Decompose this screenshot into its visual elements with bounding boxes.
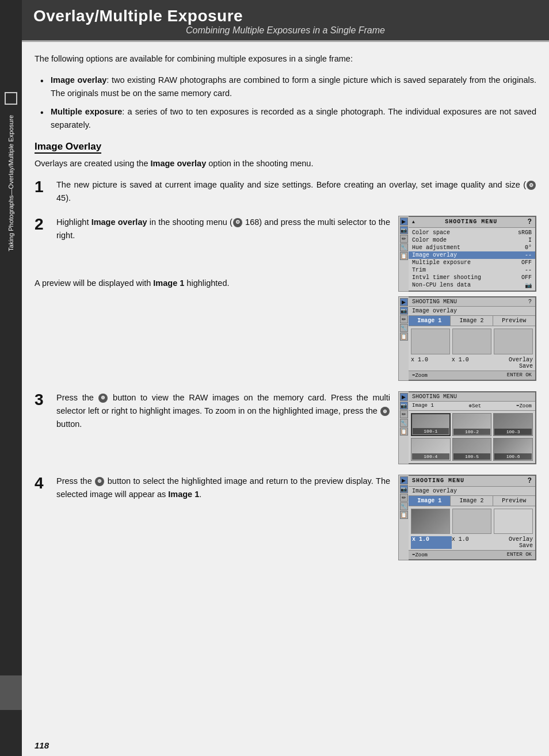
selected-value-highlight: x 1.0 [411,536,452,549]
side-icon-edit: ✏ [400,235,408,243]
side-icon-4-pages: 📋 [400,511,408,519]
step-1: 1 The new picture is saved at current im… [35,178,536,205]
side-icon-3-camera: 📷 [400,402,408,410]
step-2-preview-note: A preview will be displayed with Image 1… [35,277,390,290]
bullet-text-2: : a series of two to ten exposures is re… [51,107,536,129]
preview-img-3 [494,329,533,354]
step-1-icon: ⚙ [527,181,536,190]
raw-menu-wrapper: ▶ 📷 ✏ 🔧 📋 SHOOTING MENU Image 1 ⊕Set [398,391,536,464]
main-content: Overlay/Multiple Exposure Combining Mult… [22,0,549,756]
step-2-icon: ⚙ [233,218,242,227]
footer-ok-2: ENTER OK [507,372,532,379]
raw-toolbar-item-3: ⬌Zoom [516,403,532,409]
page-subtitle: Combining Multiple Exposures in a Single… [33,25,537,36]
page-title: Overlay/Multiple Exposure [33,7,537,25]
step-3-left: 3 Press the ⊕ button to view the RAW ima… [35,391,390,464]
selected-tab-2[interactable]: Image 2 [451,496,493,506]
side-icon-camera: 📷 [400,226,408,234]
selected-tab-preview[interactable]: Preview [493,496,535,506]
step-3-block: 3 Press the ⊕ button to view the RAW ima… [35,391,536,464]
selected-footer-ok: ENTER OK [507,552,532,558]
menu-row-intvl: Intvl timer shootingOFF [409,274,535,281]
page-header: Overlay/Multiple Exposure Combining Mult… [22,0,549,42]
side-icon-2-camera: 📷 [400,307,408,315]
selected-menu-icon: ? [528,477,532,485]
step4-overlay-cell [494,509,533,534]
side-icon-4-play: ▶ [400,476,408,484]
step-1-text: The new picture is saved at current imag… [56,180,536,203]
section-subtext-1: Overlays are created using the [35,159,151,168]
selected-values-row: x 1.0 x 1.0 OverlaySave [409,536,535,550]
raw-img-100-1: 100-1 [411,413,451,436]
sidebar-label: Taking Photographs—Overlay/Multiple Expo… [7,115,15,251]
menu-side-icons-3: ▶ 📷 ✏ 🔧 📋 [398,391,409,464]
side-icon-pages: 📋 [400,252,408,260]
tab-image-1[interactable]: Image 1 [409,316,451,326]
content-area: The following options are available for … [22,42,549,735]
raw-header: SHOOTING MENU [409,392,535,402]
menu-row-trim: Trim-- [409,266,535,274]
raw-img-100-6: 100-6 [493,438,533,461]
selected-value-2: x 1.0 [452,536,493,549]
step-4-content: Press the ⊕ button to select the highlig… [56,475,390,501]
preview-img-area-2 [409,326,535,357]
preview-subtitle-2: Image overlay [409,307,535,316]
preview-tabs-2: Image 1 Image 2 Preview [409,316,535,326]
selected-menu-header: SHOOTING MENU ? [409,476,535,487]
side-icon-3-settings: 🔧 [400,419,408,427]
step-2-screenshots: ▶ 📷 ✏ 🔧 📋 ▲ SHOOTING MENU ? Colo [398,216,536,381]
step-3-number: 3 [35,391,51,409]
side-icon-2-edit: ✏ [400,315,408,323]
selected-tab-1[interactable]: Image 1 [409,496,451,506]
step-4-icon: ⊕ [95,477,104,486]
sidebar-icon [5,92,17,105]
menu-1-header: ▲ SHOOTING MENU ? [409,217,535,228]
menu-side-icons-2: ▶ 📷 ✏ 🔧 📋 [398,296,409,381]
side-icon-2-settings: 🔧 [400,324,408,332]
selected-menu-4: SHOOTING MENU ? Image overlay Image 1 Im… [409,475,536,560]
tab-image-2[interactable]: Image 2 [451,316,493,326]
preview-icon-2: ? [528,299,532,305]
selected-overlay-save: OverlaySave [492,536,533,549]
feature-list: Image overlay: two existing RAW photogra… [40,74,536,132]
raw-img-label-2: 100-2 [453,429,491,435]
side-icon-2-pages: 📋 [400,333,408,341]
section-description: Overlays are created using the Image ove… [35,157,536,170]
step4-selected-img-1 [411,509,450,534]
menu-screenshot-1: ▶ 📷 ✏ 🔧 📋 ▲ SHOOTING MENU ? Colo [398,216,536,292]
step-4-text-row: 4 Press the ⊕ button to select the highl… [35,475,390,501]
selected-img-area [409,506,535,536]
step-3-text-row: 3 Press the ⊕ button to view the RAW ima… [35,391,390,432]
value-2: x 1.0 [452,357,493,369]
raw-grid-menu: SHOOTING MENU Image 1 ⊕Set ⬌Zoom 100-1 [409,391,536,464]
tab-preview[interactable]: Preview [493,316,535,326]
side-icon-2-play: ▶ [400,298,408,306]
selected-footer-zoom: ⬌Zoom [412,552,428,558]
raw-toolbar: Image 1 ⊕Set ⬌Zoom [409,402,535,411]
sidebar-bar [0,675,22,710]
raw-img-label-1: 100-1 [413,428,449,434]
step-3-content: Press the ⊕ button to view the RAW image… [56,391,390,432]
raw-img-100-4: 100-4 [411,438,451,461]
camera-menu-1: ▲ SHOOTING MENU ? Color spacesRGB Color … [409,216,536,292]
raw-title: SHOOTING MENU [412,394,457,400]
side-icon-settings: 🔧 [400,243,408,251]
step-2-block: 2 Highlight Image overlay in the shootin… [35,216,536,381]
raw-img-100-3: 100-3 [493,413,533,436]
menu-1-body: Color spacesRGB Color modeI Hue adjustme… [409,228,535,291]
raw-toolbar-item-1: Image 1 [412,403,434,409]
raw-img-100-5: 100-5 [452,438,492,461]
step-4-screenshot: ▶ 📷 ✏ 🔧 📋 SHOOTING MENU ? Image overlay [398,475,536,560]
menu-side-icons-4: ▶ 📷 ✏ 🔧 📋 [398,475,409,560]
bullet-label-1: Image overlay [51,75,106,85]
raw-images-grid: 100-1 100-2 100-3 [409,411,535,463]
side-icon-3-play: ▶ [400,393,408,401]
overlay-save-label-2: OverlaySave [492,357,533,369]
menu-side-icons-1: ▶ 📷 ✏ 🔧 📋 [398,216,409,292]
footer-zoom-2: ⬌Zoom [412,372,428,379]
preview-title-2: SHOOTING MENU [412,299,457,305]
menu-screenshot-2: ▶ 📷 ✏ 🔧 📋 SHOOTING MENU ? Image overlay [398,296,536,381]
menu-row-image-overlay: Image overlay-- [409,251,535,259]
step-2-text-row: 2 Highlight Image overlay in the shootin… [35,216,390,242]
step-2-number: 2 [35,216,51,234]
